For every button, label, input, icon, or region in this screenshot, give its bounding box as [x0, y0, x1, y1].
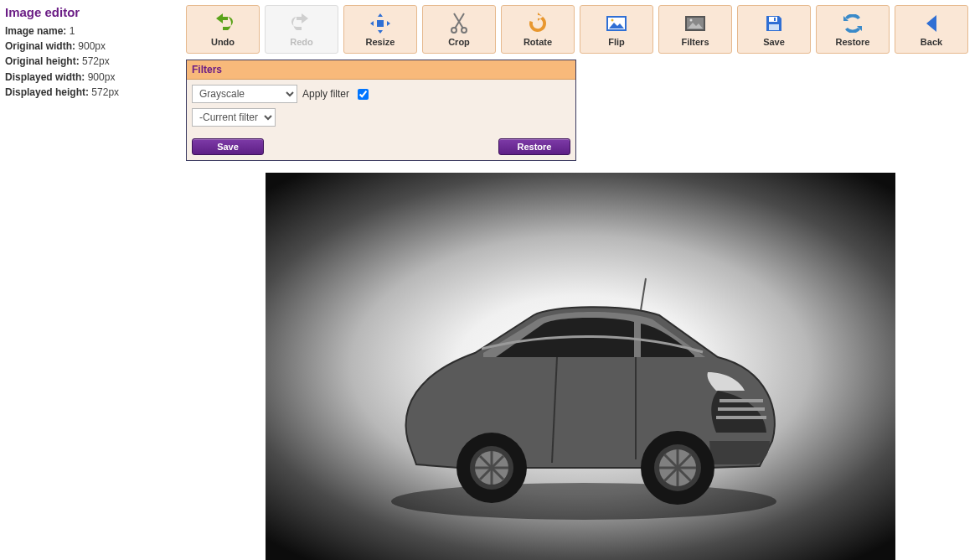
image-name-label: Image name:	[5, 25, 66, 37]
rotate-button[interactable]: Rotate	[501, 5, 575, 54]
displayed-width-value: 900px	[88, 71, 116, 83]
back-label: Back	[921, 37, 942, 47]
svg-rect-12	[718, 407, 765, 411]
back-icon	[923, 12, 940, 35]
rotate-icon	[527, 12, 549, 35]
filters-panel: Filters Grayscale Apply filter -Current …	[186, 60, 576, 161]
resize-button[interactable]: Resize	[343, 5, 417, 54]
displayed-height-value: 572px	[91, 86, 119, 98]
crop-label: Crop	[448, 37, 470, 47]
svg-rect-8	[769, 24, 779, 30]
redo-label: Redo	[290, 37, 313, 47]
rotate-label: Rotate	[524, 37, 552, 47]
undo-icon	[211, 12, 235, 35]
svg-point-6	[690, 19, 693, 22]
current-filters-select[interactable]: -Current filters-	[192, 108, 276, 127]
crop-icon	[449, 12, 469, 35]
apply-filter-label: Apply filter	[302, 88, 349, 100]
displayed-width-label: Displayed width:	[5, 71, 85, 83]
save-button[interactable]: Save	[737, 5, 811, 54]
filter-select[interactable]: Grayscale	[192, 85, 297, 103]
svg-point-4	[611, 19, 614, 22]
displayed-width-row: Displayed width: 900px	[5, 70, 178, 84]
undo-button[interactable]: Undo	[186, 5, 260, 54]
panel-restore-button[interactable]: Restore	[498, 138, 570, 155]
svg-rect-13	[716, 416, 766, 419]
image-info-sidebar: Image editor Image name: 1 Original widt…	[5, 5, 186, 101]
editor-main: Undo Redo Resize Crop	[186, 5, 975, 560]
svg-rect-7	[769, 17, 777, 22]
back-button[interactable]: Back	[895, 5, 968, 54]
original-width-value: 900px	[78, 40, 106, 52]
original-height-value: 572px	[82, 55, 110, 67]
image-name-value: 1	[70, 25, 75, 37]
image-canvas[interactable]	[266, 173, 895, 560]
restore-label: Restore	[836, 37, 870, 47]
flip-button[interactable]: Flip	[580, 5, 653, 54]
original-width-row: Original width: 900px	[5, 39, 178, 53]
filters-panel-title: Filters	[187, 60, 575, 80]
undo-label: Undo	[211, 37, 235, 47]
apply-filter-checkbox[interactable]	[358, 89, 369, 100]
filters-icon	[683, 12, 707, 35]
displayed-height-label: Displayed height:	[5, 86, 89, 98]
svg-line-30	[641, 278, 646, 310]
filters-label: Filters	[681, 37, 709, 47]
restore-icon	[842, 12, 864, 35]
panel-save-button[interactable]: Save	[192, 138, 264, 155]
original-width-label: Original width:	[5, 40, 75, 52]
flip-label: Flip	[608, 37, 625, 47]
redo-icon	[290, 12, 313, 35]
toolbar: Undo Redo Resize Crop	[186, 5, 975, 54]
displayed-height-row: Displayed height: 572px	[5, 86, 178, 99]
filters-button[interactable]: Filters	[658, 5, 732, 54]
resize-icon	[369, 12, 391, 35]
svg-point-10	[391, 483, 776, 520]
original-height-row: Original height: 572px	[5, 54, 178, 68]
image-name-row: Image name: 1	[5, 24, 178, 38]
redo-button: Redo	[265, 5, 338, 54]
resize-label: Resize	[366, 37, 395, 47]
canvas-area	[186, 173, 975, 560]
flip-icon	[605, 12, 628, 35]
crop-button[interactable]: Crop	[422, 5, 496, 54]
svg-rect-9	[774, 18, 776, 21]
svg-rect-11	[720, 399, 763, 402]
page-title: Image editor	[5, 5, 178, 19]
car-image	[358, 273, 810, 525]
save-icon	[764, 12, 784, 35]
save-label: Save	[763, 37, 785, 47]
restore-button[interactable]: Restore	[816, 5, 890, 54]
original-height-label: Original height:	[5, 55, 80, 67]
svg-rect-0	[377, 20, 384, 27]
